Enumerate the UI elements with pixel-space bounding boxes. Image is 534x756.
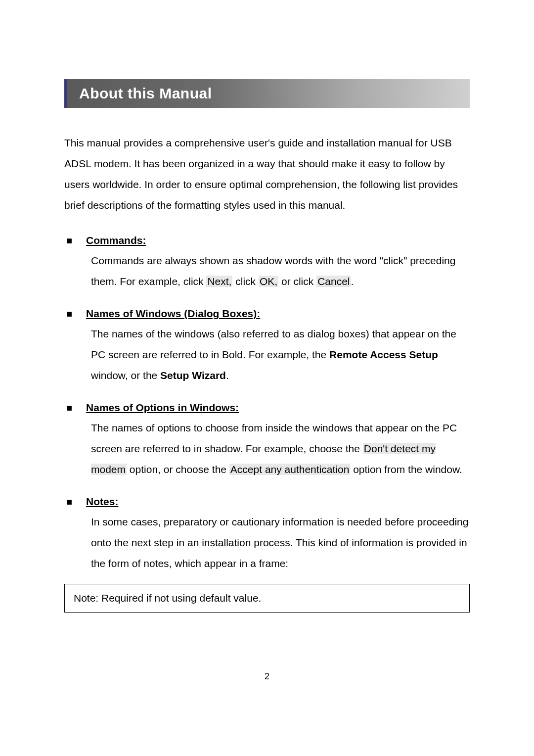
bullet-windows: ■ Names of Windows (Dialog Boxes): The n… [64,308,470,386]
text-run: option from the window. [350,464,462,475]
square-bullet-icon: ■ [66,402,72,414]
bullet-title: Names of Windows (Dialog Boxes): [86,308,260,320]
bullet-notes: ■ Notes: In some cases, preparatory or c… [64,496,470,574]
shadow-word: OK, [259,276,278,287]
text-run: . [351,276,354,287]
bullet-body: Commands are always shown as shadow word… [64,250,470,292]
bullet-title: Notes: [86,496,118,508]
bold-text: Remote Access Setup [329,349,438,360]
text-run: click [232,276,259,287]
shadow-word: Next, [206,276,232,287]
square-bullet-icon: ■ [66,308,72,320]
section-header: About this Manual [64,79,470,108]
formatting-styles-list: ■ Commands: Commands are always shown as… [64,235,470,574]
note-frame: Note: Required if not using default valu… [64,584,470,613]
bullet-options: ■ Names of Options in Windows: The names… [64,402,470,480]
intro-paragraph: This manual provides a comprehensive use… [64,133,470,216]
document-page: About this Manual This manual provides a… [0,0,534,613]
bullet-body: In some cases, preparatory or cautionary… [64,512,470,574]
text-run: or click [278,276,316,287]
shadow-word: Accept any authentication [229,464,351,475]
square-bullet-icon: ■ [66,235,72,246]
bullet-body: The names of options to choose from insi… [64,418,470,480]
text-run: option, or choose the [127,464,229,475]
text-run: window, or the [91,370,160,381]
bullet-body: The names of the windows (also referred … [64,324,470,386]
shadow-word: Cancel [316,276,351,287]
square-bullet-icon: ■ [66,496,72,508]
bullet-title: Names of Options in Windows: [86,402,239,414]
bold-text: Setup Wizard [160,370,226,381]
bullet-title: Commands: [86,235,146,246]
text-run: . [226,370,229,381]
page-number: 2 [265,671,269,682]
bullet-commands: ■ Commands: Commands are always shown as… [64,235,470,292]
